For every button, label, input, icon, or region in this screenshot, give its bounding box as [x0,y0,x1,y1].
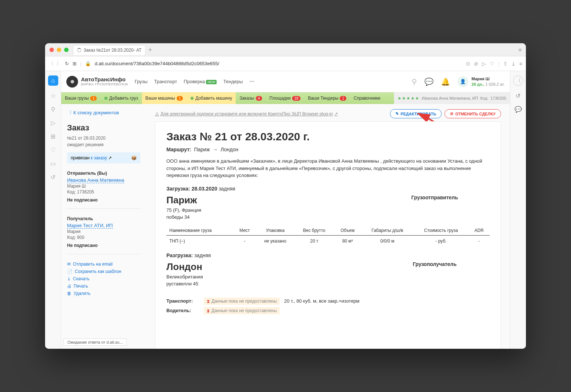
subnav-add-truck[interactable]: ⊕Добавить машину [187,92,236,104]
heart-icon[interactable]: ♡ [490,61,494,67]
share-icon[interactable]: ⇧ [503,61,508,67]
table-row: ТНП (–)-не указано20 т80 м³0/0/0 м- руб.… [166,235,490,247]
receiver-name-link[interactable]: Мария Тест АТИ, ИП [67,223,113,229]
reload-button[interactable]: ↻ [65,61,69,66]
titlebar: Заказ №21от 28.03.2020- AT + ≡ [45,43,526,56]
rating-stars-icon: ★★★★★ [398,96,420,101]
new-tab-button[interactable]: + [148,47,152,53]
logo[interactable]: ⊕ АвтоТрансИнфо БИРЖА ГРУЗОПЕРЕВОЗОК [66,76,128,88]
browser-toolbar: 〈 〉 ↻ ⊞ | 🔒 d.ati.su/document/738a00c39e… [45,56,526,71]
rail-home-icon[interactable]: ⌂ [48,75,58,86]
lock-icon: 🔒 [85,61,91,66]
route-line: Маршрут: Париж → Лондон [166,147,490,152]
action-download[interactable]: ⤓Скачать [67,276,140,281]
driver-missing-badge: ⧗Данные пока не предоставлены [204,307,280,314]
user-menu[interactable]: 👤 Мария Ш 28 дн., 1 026.2 ат. [457,76,505,87]
logo-subtitle: БИРЖА ГРУЗОПЕРЕВОЗОК [81,83,128,86]
logo-title: АвтоТрансИнфо [81,77,128,83]
shield-icon[interactable]: ⊘ [474,61,478,67]
shipper-label: Грузоотправитель [380,195,490,200]
new-badge: NEW [206,80,217,84]
subnav: Ваши грузы1 ⊕Добавить груз Ваши машины1 … [61,92,510,104]
close-window[interactable] [49,48,54,52]
action-print[interactable]: 🖨Печать [67,284,140,289]
save-icon: 📄 [67,269,73,274]
cancel-deal-button[interactable]: ⊘ ОТМЕНИТЬ СДЕЛКУ [445,109,501,118]
document-panel: ⚠ Для электронной подписи установите или… [146,104,510,349]
bell-icon[interactable]: 🔔 [441,77,450,86]
main-nav: Грузы Транспорт ПроверкаNEW Тендеры ••• [135,79,254,84]
rail-search-icon[interactable]: ⚲ [51,106,55,113]
menu-icon[interactable]: ≡ [519,61,522,67]
history-icon[interactable]: ↺ [516,92,520,99]
sidebar-title: Заказ [67,123,140,133]
action-template[interactable]: 📄Сохранить как шаблон [67,269,140,274]
nav-transport[interactable]: Транспорт [154,79,177,84]
minimize-window[interactable] [57,48,61,52]
status-bar: Ожидание ответа от d.ati.su... [63,339,127,346]
browser-right-rail: 〈 ↺ 💬 [510,71,526,349]
download-icon: ⤓ [67,276,71,281]
mail-icon: ✉ [67,262,71,267]
rail-news-icon[interactable]: ▭ [50,160,56,167]
doc-title: Заказ № 21 от 28.03.2020 г. [166,130,490,143]
document-body: Заказ № 21 от 28.03.2020 г. Маршрут: Пар… [155,121,501,349]
tabs-menu-icon[interactable]: ≡ [519,47,522,53]
nav-check[interactable]: ПроверкаNEW [184,79,217,84]
order-number: №21 от 28.03.2020 [67,135,140,141]
nav-cargo[interactable]: Грузы [135,79,147,84]
download-icon[interactable]: ⤓ [511,61,516,67]
order-status: ожидает решения [67,141,140,148]
chat-icon[interactable]: 💬 [424,77,434,86]
browser-tab[interactable]: Заказ №21от 28.03.2020- AT [73,45,145,55]
package-icon: 📦 [131,155,137,160]
edit-button[interactable]: ✎ РЕДАКТИРОВАТЬ [390,109,442,118]
rail-send-icon[interactable]: ▷ [51,119,55,126]
loading-spinner-icon [77,48,81,52]
rail-favorite-icon[interactable]: ☆ [51,92,56,99]
subnav-user-info: ★★★★★ Иванова Анна Матвеевна, ИП Код: 17… [394,92,510,104]
rail-history-icon[interactable]: ↺ [51,174,55,181]
subnav-your-cargo[interactable]: Ваши грузы1 [61,92,100,104]
trash-icon: 🗑 [67,291,71,296]
sidebar-actions: ✉Отправить на email 📄Сохранить как шабло… [67,262,140,296]
subnav-reference[interactable]: Справочники [350,92,384,104]
subnav-platforms[interactable]: Площадки18 [266,92,304,104]
crypto-warning-link[interactable]: ⚠ Для электронной подписи установите или… [155,111,338,117]
cargo-table: Наименование грузаМестУпаковкаВес брутто… [166,226,490,247]
loading-city: Париж [166,195,197,206]
consignee-label: Грузополучатель [380,261,490,267]
play-icon[interactable]: ▷ [482,61,486,67]
rail-heart-icon[interactable]: ♡ [51,147,56,154]
subnav-add-cargo[interactable]: ⊕Добавить груз [100,92,142,104]
back-button[interactable]: 〈 [49,60,54,67]
collapse-panel-icon[interactable]: 〈 [513,75,523,86]
search-icon[interactable]: ⚲ [412,77,417,86]
apps-icon[interactable]: ⊞ [73,61,77,66]
subnav-your-tenders[interactable]: Ваши Тендеры1 [304,92,350,104]
user-name: Мария Ш [471,76,505,81]
unloading-city: Лондон [166,261,202,273]
nav-more-icon[interactable]: ••• [249,79,254,84]
sender-name-link[interactable]: Иванова Анна Матвеевна [67,177,124,183]
chat-bubble-icon[interactable]: 💬 [515,106,522,113]
back-to-list-link[interactable]: 〈 К списку документов [67,109,140,116]
subnav-orders[interactable]: Заказы4 [236,92,266,104]
forward-button[interactable]: 〉 [56,60,61,67]
action-email[interactable]: ✉Отправить на email [67,262,140,267]
subnav-your-trucks[interactable]: Ваши машины1 [142,92,187,104]
window-controls [49,48,69,52]
sidebar: 〈 К списку документов Заказ №21 от 28.03… [61,104,146,349]
camera-icon[interactable]: ⊙ [466,61,470,67]
logo-icon: ⊕ [66,76,78,88]
address-bar[interactable]: d.ati.su/document/738a00c39e744b04888d5d… [95,61,219,66]
action-delete[interactable]: 🗑Удалить [67,291,140,296]
maximize-window[interactable] [64,48,69,52]
linked-order[interactable]: привязан к заказу ↗ 📦 [67,152,140,163]
nav-tenders[interactable]: Тендеры [223,79,243,84]
hourglass-icon: ⧗ [207,308,210,313]
rail-apps-icon[interactable]: ⊞ [51,133,55,140]
browser-left-rail: ⌂ ☆ ⚲ ▷ ⊞ ♡ ▭ ↺ [45,71,61,349]
hourglass-icon: ⧗ [207,299,210,304]
sender-block: Отправитель (Вы) Иванова Анна Матвеевна … [67,171,140,209]
